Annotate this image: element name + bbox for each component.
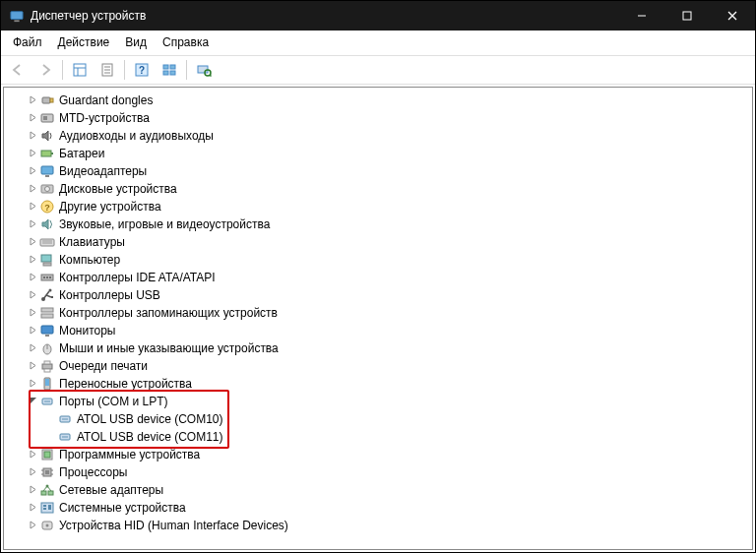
expand-icon[interactable] <box>26 339 39 357</box>
expand-icon[interactable] <box>26 269 39 286</box>
expand-icon[interactable] <box>26 286 39 304</box>
svg-rect-85 <box>43 505 46 507</box>
expand-icon[interactable] <box>26 162 39 180</box>
client-area: Guardant donglesMTD-устройстваАудиовходы… <box>1 85 755 552</box>
computer-icon <box>39 252 55 268</box>
svg-rect-56 <box>44 369 50 372</box>
expand-icon[interactable] <box>26 233 39 251</box>
properties-button[interactable] <box>94 57 120 83</box>
tree-node[interactable]: Процессоры <box>8 463 752 481</box>
tree-node[interactable]: MTD-устройства <box>8 109 752 127</box>
view-mode-button[interactable] <box>157 57 182 83</box>
menu-action[interactable]: Действие <box>50 33 118 51</box>
tree-node[interactable]: Контроллеры USB <box>8 286 752 304</box>
port-icon <box>39 394 55 409</box>
tree-node[interactable]: Батареи <box>8 145 752 162</box>
tree-node-label: ATOL USB device (COM10) <box>77 410 223 428</box>
svg-rect-50 <box>41 326 53 334</box>
dongle-icon <box>39 92 55 108</box>
svg-point-66 <box>66 418 68 420</box>
tree-node[interactable]: Компьютер <box>8 251 752 269</box>
tree-node[interactable]: Видеоадаптеры <box>8 162 752 180</box>
device-tree[interactable]: Guardant donglesMTD-устройстваАудиовходы… <box>4 88 752 549</box>
show-hidden-button[interactable] <box>67 57 93 83</box>
titlebar[interactable]: Диспетчер устройств <box>1 1 755 31</box>
tree-node-label: Звуковые, игровые и видеоустройства <box>59 215 270 233</box>
svg-rect-49 <box>41 314 53 318</box>
expand-icon[interactable] <box>26 109 39 127</box>
window-title: Диспетчер устройств <box>31 9 619 23</box>
expand-icon[interactable] <box>26 446 39 463</box>
expand-icon[interactable] <box>26 463 39 481</box>
svg-rect-48 <box>41 308 53 312</box>
svg-rect-51 <box>45 335 49 337</box>
tree-node-label: Другие устройства <box>59 198 161 215</box>
tree-node-label: Клавиатуры <box>59 233 125 251</box>
tree-node[interactable]: ATOL USB device (COM10) <box>8 410 752 428</box>
tree-node[interactable]: Переносные устройства <box>8 375 752 393</box>
tree-node[interactable]: ?Другие устройства <box>8 198 752 215</box>
svg-point-70 <box>66 436 68 438</box>
toolbar: ? <box>1 55 755 85</box>
expand-icon[interactable] <box>26 127 39 145</box>
tree-node[interactable]: Контроллеры IDE ATA/ATAPI <box>8 269 752 286</box>
tree-node[interactable]: Устройства HID (Human Interface Devices) <box>8 517 752 534</box>
tree-node-label: Сетевые адаптеры <box>59 481 163 499</box>
tree-node[interactable]: Звуковые, игровые и видеоустройства <box>8 215 752 233</box>
mtd-icon <box>39 110 55 126</box>
expand-icon[interactable] <box>26 198 39 215</box>
svg-rect-47 <box>51 296 53 298</box>
svg-point-31 <box>45 187 50 192</box>
tree-node[interactable]: Мониторы <box>8 322 752 339</box>
help-button[interactable]: ? <box>129 57 155 83</box>
expand-icon[interactable] <box>26 251 39 269</box>
svg-rect-80 <box>48 491 53 495</box>
expand-icon[interactable] <box>26 357 39 375</box>
back-button <box>5 57 31 83</box>
expand-icon[interactable] <box>26 304 39 322</box>
expand-icon[interactable] <box>26 322 39 339</box>
tree-node[interactable]: Системные устройства <box>8 499 752 517</box>
maximize-button[interactable] <box>664 1 710 31</box>
tree-node[interactable]: Очереди печати <box>8 357 752 375</box>
tree-node[interactable]: Порты (COM и LPT) <box>8 393 752 410</box>
svg-line-21 <box>210 75 212 77</box>
collapse-icon[interactable] <box>26 393 39 410</box>
tree-node[interactable]: ATOL USB device (COM11) <box>8 428 752 446</box>
tree-node[interactable]: Клавиатуры <box>8 233 752 251</box>
tree-node-label: Устройства HID (Human Interface Devices) <box>59 517 288 534</box>
software-icon <box>39 447 55 462</box>
scan-hardware-button[interactable] <box>191 57 217 83</box>
expand-icon[interactable] <box>26 517 39 534</box>
svg-rect-18 <box>170 71 175 75</box>
tree-node[interactable]: Дисковые устройства <box>8 180 752 198</box>
tree-node[interactable]: Контроллеры запоминающих устройств <box>8 304 752 322</box>
svg-rect-22 <box>42 97 50 103</box>
svg-rect-0 <box>11 12 23 20</box>
expand-icon[interactable] <box>26 145 39 162</box>
expand-icon[interactable] <box>26 375 39 393</box>
tree-node[interactable]: Сетевые адаптеры <box>8 481 752 499</box>
menu-file[interactable]: Файл <box>5 33 50 51</box>
unknown-icon: ? <box>39 199 55 215</box>
tree-node-label: MTD-устройства <box>59 109 150 127</box>
tree-node-label: Контроллеры IDE ATA/ATAPI <box>59 269 216 286</box>
close-button[interactable] <box>710 1 755 31</box>
audio-icon <box>39 128 55 144</box>
menu-view[interactable]: Вид <box>117 33 155 51</box>
expand-icon[interactable] <box>26 180 39 198</box>
expand-icon[interactable] <box>26 215 39 233</box>
tree-node[interactable]: Мыши и иные указывающие устройства <box>8 339 752 357</box>
svg-point-65 <box>64 418 66 420</box>
expand-icon[interactable] <box>26 481 39 499</box>
svg-rect-3 <box>683 12 691 20</box>
tree-node[interactable]: Аудиовходы и аудиовыходы <box>8 127 752 145</box>
tree-node-label: Компьютер <box>59 251 120 269</box>
expand-icon[interactable] <box>26 92 39 109</box>
svg-point-42 <box>49 276 51 278</box>
menu-help[interactable]: Справка <box>155 33 217 51</box>
tree-node[interactable]: Программные устройства <box>8 446 752 463</box>
minimize-button[interactable] <box>619 1 664 31</box>
expand-icon[interactable] <box>26 499 39 517</box>
tree-node[interactable]: Guardant dongles <box>8 92 752 109</box>
